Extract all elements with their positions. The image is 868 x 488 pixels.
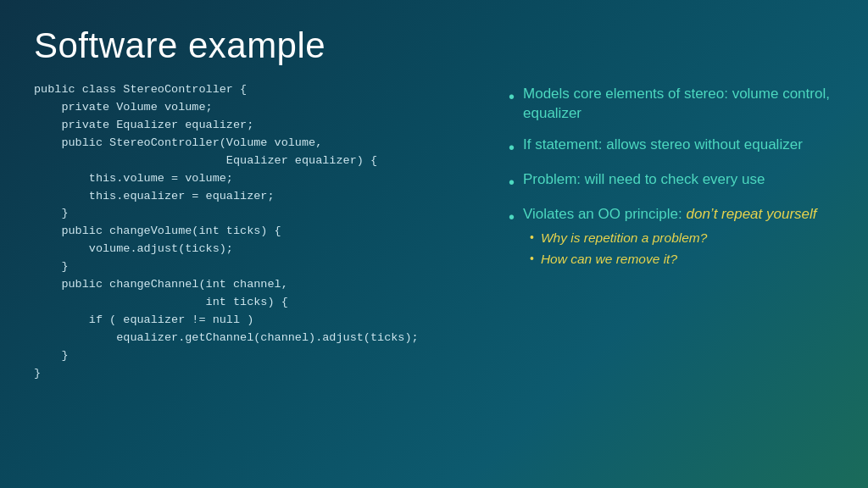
bullet-item-3: • Problem: will need to check every use (509, 170, 834, 193)
bullet-text-1: Models core elements of stereo: volume c… (523, 85, 834, 124)
slide: Software example public class StereoCont… (0, 0, 868, 488)
bullet-item-2: • If statement: allows stereo without eq… (509, 136, 834, 158)
slide-title: Software example (34, 25, 834, 66)
bullet-text-3: Problem: will need to check every use (523, 170, 765, 190)
bullet-dot-3: • (509, 171, 515, 193)
bullet-text-2: If statement: allows stereo without equa… (523, 136, 803, 155)
bullet-dot-1: • (509, 86, 515, 108)
sub-bullets-container: • Why is repetition a problem? • How can… (523, 230, 817, 269)
sub-bullet-text-1: Why is repetition a problem? (541, 230, 707, 247)
bullet-item-4: • Violates an OO principle: don’t repeat… (509, 205, 834, 269)
bullet-content-4: Violates an OO principle: don’t repeat y… (523, 205, 817, 269)
bullet-text-4-italic: don’t repeat yourself (686, 206, 816, 222)
sub-bullet-item-1: • Why is repetition a problem? (523, 230, 817, 247)
bullet-text-4-main: Violates an OO principle: don’t repeat y… (523, 206, 817, 222)
code-block: public class StereoController { private … (34, 81, 492, 463)
sub-bullet-dot-1: • (530, 230, 534, 247)
sub-bullet-item-2: • How can we remove it? (523, 251, 817, 269)
bullet-item-1: • Models core elements of stereo: volume… (509, 85, 834, 124)
bullet-dot-4: • (509, 206, 515, 228)
bullets-panel: • Models core elements of stereo: volume… (509, 81, 834, 463)
content-area: public class StereoController { private … (34, 81, 834, 463)
sub-bullet-text-2: How can we remove it? (541, 251, 677, 269)
bullet-dot-2: • (509, 136, 515, 158)
sub-bullet-dot-2: • (530, 251, 534, 268)
